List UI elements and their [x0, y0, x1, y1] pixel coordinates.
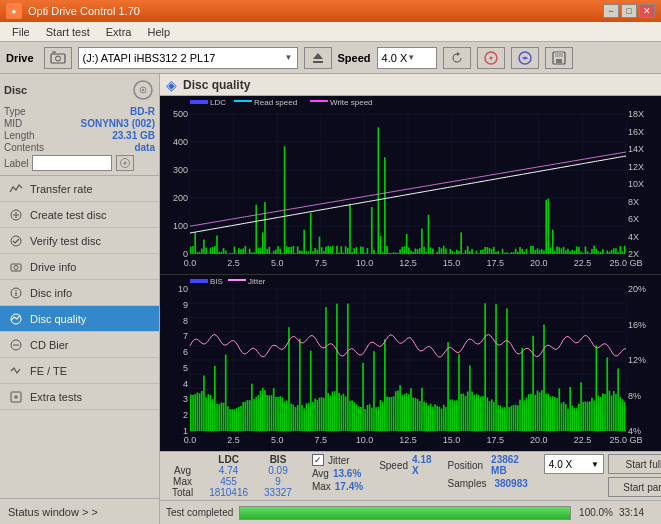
bis-header: BIS: [256, 454, 300, 465]
position-label: Position: [448, 460, 484, 471]
nav-disc-quality-label: Disc quality: [30, 313, 86, 325]
app-title: Opti Drive Control 1.70: [28, 5, 140, 17]
menu-bar: File Start test Extra Help: [0, 22, 661, 42]
progress-percent: 100.0%: [577, 507, 613, 518]
write-icon-btn[interactable]: [511, 47, 539, 69]
disc-contents-label: Contents: [4, 142, 44, 153]
start-part-button[interactable]: Start part: [608, 477, 661, 497]
nav-disc-info-label: Disc info: [30, 287, 72, 299]
svg-point-14: [142, 89, 144, 91]
svg-rect-0: [51, 54, 65, 63]
dq-header: ◈ Disc quality: [160, 74, 661, 96]
svg-rect-2: [52, 51, 56, 54]
progress-area: Test completed 100.0% 33:14: [160, 500, 661, 524]
svg-rect-11: [556, 59, 562, 63]
progress-bar: [239, 506, 571, 520]
app-icon: ●: [6, 3, 22, 19]
disc-label-text: Label: [4, 158, 28, 169]
sidebar-nav: Transfer rate Create test disc Verify te…: [0, 176, 159, 410]
disc-mid-value: SONYNN3 (002): [81, 118, 155, 129]
nav-extra-tests-label: Extra tests: [30, 391, 82, 403]
svg-point-6: [489, 56, 492, 59]
create-test-disc-icon: [8, 207, 24, 223]
svg-point-16: [124, 162, 127, 165]
disc-info-icon: [8, 285, 24, 301]
status-text: Test completed: [166, 507, 233, 518]
disc-contents-value: data: [134, 142, 155, 153]
nav-fe-te-label: FE / TE: [30, 365, 67, 377]
jitter-avg-value: 13.6%: [333, 468, 361, 479]
speed-select-stats[interactable]: 4.0 X ▼: [544, 454, 604, 474]
position-value: 23862 MB: [491, 454, 528, 476]
dq-title: Disc quality: [183, 78, 250, 92]
nav-disc-quality[interactable]: Disc quality: [0, 306, 159, 332]
speed-label: Speed: [338, 52, 371, 64]
max-bis: 9: [256, 476, 300, 487]
title-bar: ● Opti Drive Control 1.70 − □ ✕: [0, 0, 661, 22]
nav-extra-tests[interactable]: Extra tests: [0, 384, 159, 410]
chart2-canvas: [160, 275, 661, 451]
nav-fe-te[interactable]: FE / TE: [0, 358, 159, 384]
window-controls: − □ ✕: [603, 4, 655, 18]
status-window-button[interactable]: Status window > >: [0, 498, 159, 524]
sidebar: Disc Type BD-R MID SONYNN3 (002) Length …: [0, 74, 160, 524]
speed-select[interactable]: 4.0 X ▼: [377, 47, 437, 69]
nav-create-test-disc-label: Create test disc: [30, 209, 106, 221]
disc-label-input[interactable]: [32, 155, 112, 171]
disc-length-value: 23.31 GB: [112, 130, 155, 141]
jitter-avg-label: Avg: [312, 468, 329, 479]
close-button[interactable]: ✕: [639, 4, 655, 18]
status-window-label: Status window > >: [8, 506, 98, 518]
total-bis: 33327: [256, 487, 300, 498]
fe-te-icon: [8, 363, 24, 379]
progress-time: 33:14: [619, 507, 655, 518]
stats-table: LDC BIS Avg 4.74 0.09 Max 455 9 Total 18…: [164, 454, 300, 498]
menu-help[interactable]: Help: [139, 24, 178, 40]
disc-icon-btn[interactable]: [477, 47, 505, 69]
extra-tests-icon: [8, 389, 24, 405]
menu-extra[interactable]: Extra: [98, 24, 140, 40]
total-label: Total: [164, 487, 201, 498]
menu-file[interactable]: File: [4, 24, 38, 40]
maximize-button[interactable]: □: [621, 4, 637, 18]
jitter-max-value: 17.4%: [335, 481, 363, 492]
jitter-max-label: Max: [312, 481, 331, 492]
chart1-container: [160, 96, 661, 275]
nav-verify-test-disc[interactable]: Verify test disc: [0, 228, 159, 254]
eject-button[interactable]: [304, 47, 332, 69]
avg-ldc: 4.74: [201, 465, 256, 476]
stats-bar: LDC BIS Avg 4.74 0.09 Max 455 9 Total 18…: [160, 451, 661, 500]
nav-transfer-rate[interactable]: Transfer rate: [0, 176, 159, 202]
drive-icon-btn[interactable]: [44, 47, 72, 69]
chart2-container: [160, 275, 661, 451]
svg-point-25: [15, 289, 16, 290]
disc-label-icon-btn[interactable]: [116, 155, 134, 171]
nav-create-test-disc[interactable]: Create test disc: [0, 202, 159, 228]
nav-verify-test-disc-label: Verify test disc: [30, 235, 101, 247]
main-area: Disc Type BD-R MID SONYNN3 (002) Length …: [0, 74, 661, 524]
avg-label: Avg: [164, 465, 201, 476]
cd-bier-icon: [8, 337, 24, 353]
nav-cd-bier[interactable]: CD Bier: [0, 332, 159, 358]
speed-section: Speed 4.18 X: [379, 454, 431, 476]
disc-length-label: Length: [4, 130, 35, 141]
save-icon-btn[interactable]: [545, 47, 573, 69]
jitter-label: Jitter: [328, 455, 350, 466]
disc-icon: [131, 78, 155, 102]
drive-bar: Drive (J:) ATAPI iHBS312 2 PL17 ▼ Speed …: [0, 42, 661, 74]
drive-select[interactable]: (J:) ATAPI iHBS312 2 PL17 ▼: [78, 47, 298, 69]
nav-disc-info[interactable]: Disc info: [0, 280, 159, 306]
minimize-button[interactable]: −: [603, 4, 619, 18]
jitter-checkbox[interactable]: ✓: [312, 454, 324, 466]
svg-point-22: [14, 265, 18, 269]
speed-value-stat: 4.18 X: [412, 454, 431, 476]
verify-test-disc-icon: [8, 233, 24, 249]
start-full-button[interactable]: Start full: [608, 454, 661, 474]
refresh-button[interactable]: [443, 47, 471, 69]
menu-start-test[interactable]: Start test: [38, 24, 98, 40]
disc-section: Disc Type BD-R MID SONYNN3 (002) Length …: [0, 74, 159, 176]
max-label: Max: [164, 476, 201, 487]
jitter-section: ✓ Jitter Avg 13.6% Max 17.4%: [312, 454, 363, 492]
nav-drive-info-label: Drive info: [30, 261, 76, 273]
nav-drive-info[interactable]: Drive info: [0, 254, 159, 280]
